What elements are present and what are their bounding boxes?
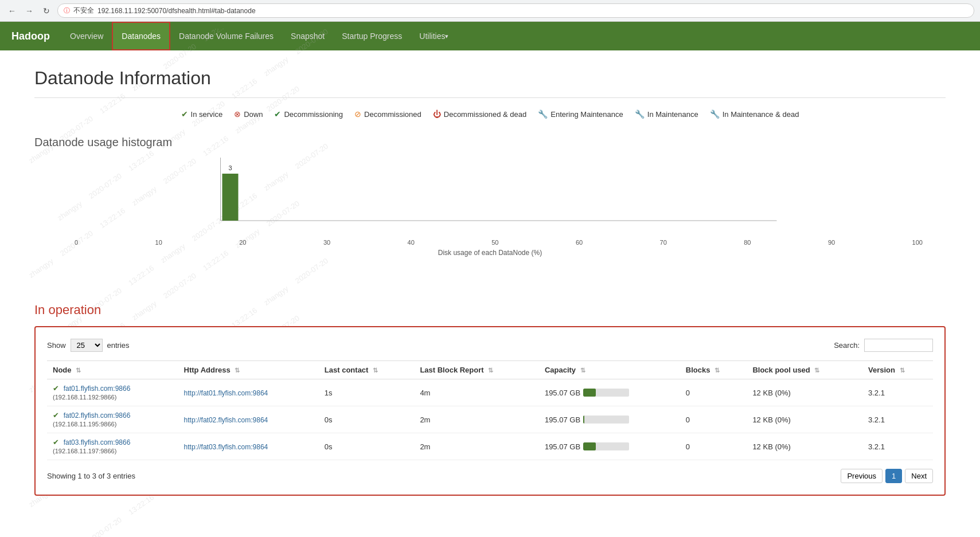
capacity-container: 195.07 GB: [545, 389, 674, 397]
nav-item-overview[interactable]: Overview: [61, 22, 112, 50]
entries-suffix: entries: [107, 341, 130, 350]
legend-in-service-label: In service: [191, 110, 223, 119]
legend-maintenance-dead-label: In Maintenance & dead: [723, 110, 799, 119]
http-link[interactable]: http://fat03.flyfish.com:9864: [184, 443, 268, 451]
cell-pool-used-1: 12 KB (0%): [747, 406, 862, 433]
x-axis-title: Disk usage of each DataNode (%): [57, 249, 923, 257]
cell-capacity-2: 195.07 GB: [539, 433, 680, 460]
url-bar[interactable]: ⓘ 不安全 192.168.11.192:50070/dfshealth.htm…: [57, 3, 974, 18]
legend-entering-maintenance: 🔧 Entering Maintenance: [538, 109, 623, 119]
datanodes-table: Node ⇅ Http Address ⇅ Last contact ⇅ Las…: [47, 360, 933, 460]
cell-pool-used-0: 12 KB (0%): [747, 379, 862, 406]
table-row: ✔ fat01.flyfish.com:9866 (192.168.11.192…: [47, 379, 933, 406]
x-label-70: 70: [660, 239, 667, 246]
search-label: Search:: [834, 341, 860, 350]
security-icon: ⓘ: [64, 6, 70, 15]
legend-down-label: Down: [244, 110, 263, 119]
legend-maintenance-dead: 🔧 In Maintenance & dead: [710, 109, 799, 119]
x-label-30: 30: [323, 239, 330, 246]
next-button[interactable]: Next: [905, 469, 933, 483]
table-controls: Show 25 50 100 entries Search:: [47, 339, 933, 352]
browser-chrome: ← → ↻ ⓘ 不安全 192.168.11.192:50070/dfsheal…: [0, 0, 980, 22]
capacity-value: 195.07 GB: [545, 442, 580, 451]
block-report-sort-icon[interactable]: ⇅: [488, 367, 493, 374]
col-last-contact: Last contact ⇅: [319, 361, 415, 379]
nav-item-utilities[interactable]: Utilities: [411, 22, 457, 50]
http-link[interactable]: http://fat02.flyfish.com:9864: [184, 416, 268, 424]
cell-http-1: http://fat02.flyfish.com:9864: [178, 406, 319, 433]
x-label-20: 20: [239, 239, 246, 246]
col-block-pool-used: Block pool used ⇅: [747, 361, 862, 379]
legend-entering-maintenance-label: Entering Maintenance: [550, 110, 623, 119]
nav-item-snapshot[interactable]: Snapshot: [282, 22, 333, 50]
in-operation-title: In operation: [34, 303, 946, 318]
pagination: Previous 1 Next: [841, 469, 933, 483]
table-section: Show 25 50 100 entries Search: Node ⇅: [34, 326, 946, 496]
node-ip: (192.168.11.192:9866): [53, 394, 116, 401]
x-label-100: 100: [912, 239, 923, 246]
x-label-40: 40: [408, 239, 415, 246]
col-capacity: Capacity ⇅: [539, 361, 680, 379]
forward-button[interactable]: →: [23, 5, 36, 17]
in-maintenance-icon: 🔧: [635, 109, 645, 119]
svg-rect-2: [222, 174, 239, 221]
col-blocks: Blocks ⇅: [680, 361, 747, 379]
back-button[interactable]: ←: [6, 5, 18, 17]
search-input[interactable]: [864, 339, 933, 352]
showing-label: Showing 1 to 3 of 3 entries: [47, 472, 135, 480]
cell-capacity-0: 195.07 GB: [539, 379, 680, 406]
url-text: 192.168.11.192:50070/dfshealth.html#tab-…: [97, 7, 256, 15]
navbar-items: Overview Datanodes Datanode Volume Failu…: [61, 22, 457, 50]
cell-node-0: ✔ fat01.flyfish.com:9866 (192.168.11.192…: [47, 379, 178, 406]
histogram-section: Datanode usage histogram 3 0 10 20 30: [34, 136, 946, 280]
cell-version-2: 3.2.1: [862, 433, 933, 460]
node-status-icon: ✔: [53, 438, 59, 446]
page-1-button[interactable]: 1: [885, 469, 902, 483]
blocks-sort-icon[interactable]: ⇅: [714, 367, 720, 374]
capacity-value: 195.07 GB: [545, 389, 580, 397]
col-last-block-report: Last Block Report ⇅: [414, 361, 539, 379]
node-status-icon: ✔: [53, 384, 59, 393]
capacity-sort-icon[interactable]: ⇅: [580, 367, 585, 374]
http-link[interactable]: http://fat01.flyfish.com:9864: [184, 389, 268, 397]
legend-decommissioned-dead: ⏻ Decommissioned & dead: [433, 109, 527, 119]
capacity-bar-bg: [583, 442, 629, 450]
node-link[interactable]: fat01.flyfish.com:9866: [64, 385, 131, 393]
node-link[interactable]: fat03.flyfish.com:9866: [64, 438, 131, 446]
cell-version-0: 3.2.1: [862, 379, 933, 406]
navbar-brand: Hadoop: [11, 30, 50, 42]
col-http-address: Http Address ⇅: [178, 361, 319, 379]
previous-button[interactable]: Previous: [841, 469, 883, 483]
legend-decommissioned: ⊘ Decommissioned: [354, 109, 421, 119]
legend: ✔ In service ⊗ Down ✔ Decommissioning ⊘ …: [34, 109, 946, 119]
histogram-title: Datanode usage histogram: [34, 136, 946, 149]
table-row: ✔ fat03.flyfish.com:9866 (192.168.11.197…: [47, 433, 933, 460]
nav-item-datanodes[interactable]: Datanodes: [112, 22, 170, 50]
x-label-0: 0: [75, 239, 78, 246]
legend-in-maintenance-label: In Maintenance: [647, 110, 698, 119]
node-sort-icon[interactable]: ⇅: [76, 367, 81, 374]
nav-item-datanode-volume-failures[interactable]: Datanode Volume Failures: [170, 22, 282, 50]
security-label: 不安全: [73, 6, 94, 15]
nav-item-startup-progress[interactable]: Startup Progress: [333, 22, 411, 50]
cell-http-2: http://fat03.flyfish.com:9864: [178, 433, 319, 460]
title-divider: [34, 97, 946, 98]
legend-decommissioning: ✔ Decommissioning: [274, 109, 343, 119]
cell-blocks-0: 0: [680, 379, 747, 406]
table-footer: Showing 1 to 3 of 3 entries Previous 1 N…: [47, 469, 933, 483]
down-icon: ⊗: [234, 109, 241, 119]
legend-down: ⊗ Down: [234, 109, 263, 119]
pool-used-sort-icon[interactable]: ⇅: [814, 367, 819, 374]
cell-contact-2: 0s: [319, 433, 415, 460]
cell-capacity-1: 195.07 GB: [539, 406, 680, 433]
version-sort-icon[interactable]: ⇅: [900, 367, 905, 374]
reload-button[interactable]: ↻: [40, 5, 53, 17]
cell-http-0: http://fat01.flyfish.com:9864: [178, 379, 319, 406]
main-content: Datanode Information ✔ In service ⊗ Down…: [0, 50, 980, 513]
node-link[interactable]: fat02.flyfish.com:9866: [64, 411, 131, 420]
node-status-icon: ✔: [53, 411, 59, 420]
http-sort-icon[interactable]: ⇅: [235, 367, 240, 374]
contact-sort-icon[interactable]: ⇅: [373, 367, 378, 374]
entries-select[interactable]: 25 50 100: [71, 339, 103, 352]
show-label: Show: [47, 341, 66, 350]
